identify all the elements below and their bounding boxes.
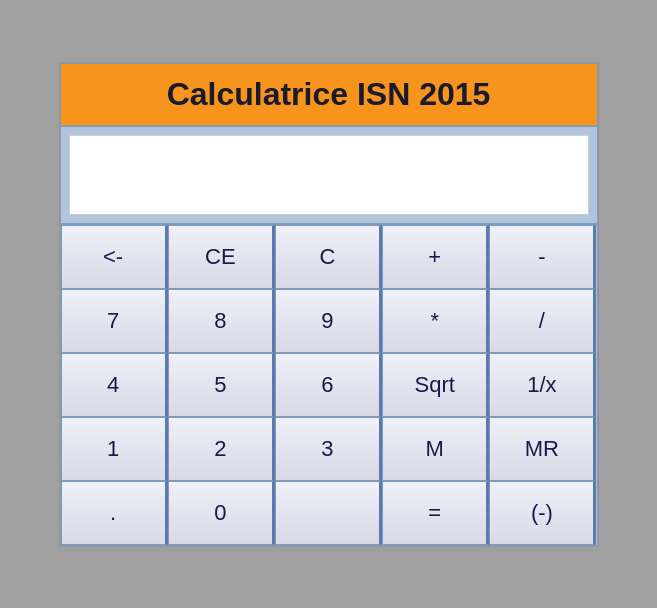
btn-minus[interactable]: - [489,225,596,289]
btn-backspace[interactable]: <- [61,225,168,289]
display-screen [69,135,589,215]
calculator: Calculatrice ISN 2015 <- CE C + - 7 8 9 … [59,62,599,547]
btn-c[interactable]: C [275,225,382,289]
btn-2[interactable]: 2 [168,417,275,481]
btn-9[interactable]: 9 [275,289,382,353]
btn-divide[interactable]: / [489,289,596,353]
btn-5[interactable]: 5 [168,353,275,417]
btn-sqrt[interactable]: Sqrt [382,353,489,417]
btn-reciprocal[interactable]: 1/x [489,353,596,417]
btn-6[interactable]: 6 [275,353,382,417]
btn-8[interactable]: 8 [168,289,275,353]
btn-negate[interactable]: (-) [489,481,596,545]
btn-plus[interactable]: + [382,225,489,289]
btn-empty [275,481,382,545]
btn-multiply[interactable]: * [382,289,489,353]
btn-equals[interactable]: = [382,481,489,545]
btn-7[interactable]: 7 [61,289,168,353]
button-grid: <- CE C + - 7 8 9 * / 4 5 6 Sqrt 1/x 1 2… [61,223,597,545]
btn-0[interactable]: 0 [168,481,275,545]
calculator-title: Calculatrice ISN 2015 [61,64,597,127]
btn-decimal[interactable]: . [61,481,168,545]
btn-1[interactable]: 1 [61,417,168,481]
btn-memory-recall[interactable]: MR [489,417,596,481]
btn-ce[interactable]: CE [168,225,275,289]
btn-3[interactable]: 3 [275,417,382,481]
btn-memory-store[interactable]: M [382,417,489,481]
btn-4[interactable]: 4 [61,353,168,417]
